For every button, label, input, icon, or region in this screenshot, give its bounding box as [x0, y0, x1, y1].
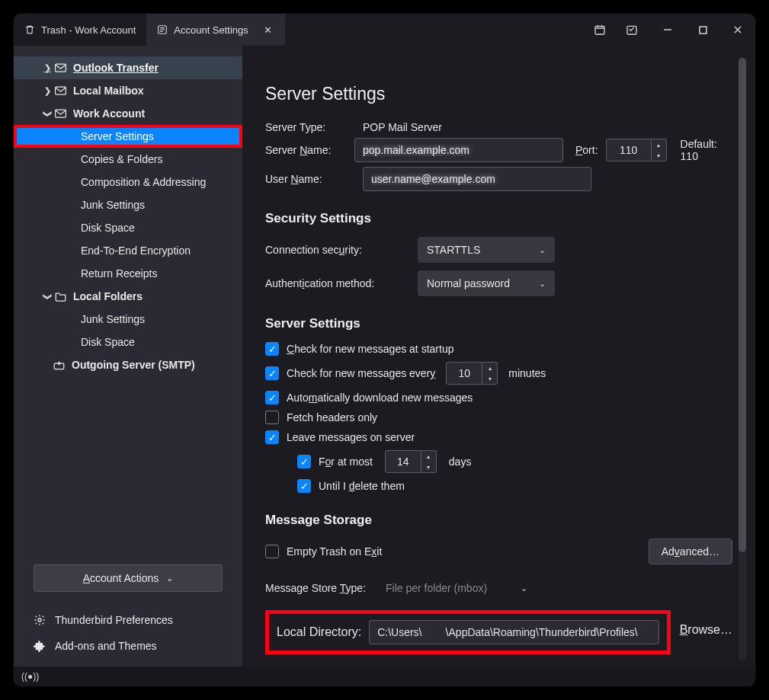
sidebar-item-label: Server Settings — [81, 130, 154, 142]
sidebar-item-disk-space[interactable]: Disk Space — [14, 216, 242, 239]
button-label: Account Actions — [83, 572, 159, 584]
maximize-button[interactable] — [685, 14, 720, 46]
sidebar-acct-work-account[interactable]: ❯ Work Account — [14, 102, 242, 125]
close-icon[interactable]: ✕ — [262, 24, 274, 36]
sidebar-acct-local-mailbox[interactable]: ❯ Local Mailbox — [14, 79, 242, 102]
app-window: Trash - Work Account Account Settings ✕ — [14, 14, 755, 686]
scrollbar[interactable] — [739, 58, 746, 660]
sidebar-item-label: Disk Space — [81, 336, 135, 348]
until-delete-checkbox[interactable]: ✓ — [297, 479, 311, 493]
sidebar-item-outgoing-smtp[interactable]: Outgoing Server (SMTP) — [14, 353, 242, 376]
for-at-most-spinner[interactable]: ▴▾ — [421, 450, 437, 473]
check-every-spinner[interactable]: ▴▾ — [482, 362, 498, 385]
chevron-right-icon: ❯ — [43, 63, 52, 73]
select-value: STARTTLS — [427, 244, 480, 256]
sidebar-acct-outlook-transfer[interactable]: ❯ Outlook Transfer — [14, 56, 242, 79]
sidebar-item-label: Junk Settings — [81, 313, 145, 325]
empty-trash-checkbox[interactable] — [265, 545, 279, 558]
chevron-down-icon: ⌄ — [539, 279, 546, 289]
connection-security-select[interactable]: STARTTLS ⌄ — [418, 237, 555, 263]
message-storage-heading: Message Storage — [265, 513, 732, 528]
user-name-input[interactable] — [363, 167, 591, 191]
sidebar-item-label: Junk Settings — [81, 199, 145, 211]
close-button[interactable] — [720, 14, 755, 46]
for-at-most-checkbox[interactable]: ✓ — [297, 455, 311, 468]
sync-icon: ((●)) — [21, 671, 39, 682]
leave-on-server-checkbox[interactable]: ✓ — [265, 430, 279, 444]
checkbox-label: Automatically download new messages — [287, 392, 473, 404]
fetch-headers-checkbox[interactable] — [265, 411, 279, 424]
browse-button[interactable]: Browse… — [680, 623, 732, 637]
port-label: Port: — [575, 144, 598, 156]
tasks-icon[interactable] — [626, 24, 644, 36]
checkbox-label: Check for new messages every — [287, 367, 435, 379]
sidebar-item-label: Local Folders — [73, 290, 143, 302]
select-value: Normal password — [427, 277, 510, 289]
sidebar-item-label: Work Account — [73, 107, 145, 120]
checkbox-label: Fetch headers only — [287, 411, 377, 424]
sidebar-item-lf-disk-space[interactable]: Disk Space — [14, 331, 242, 353]
security-heading: Security Settings — [265, 211, 732, 226]
outgoing-icon — [53, 360, 67, 370]
account-actions-button[interactable]: Account Actions ⌄ — [34, 564, 223, 592]
check-startup-checkbox[interactable]: ✓ — [265, 342, 279, 356]
chevron-down-icon: ⌄ — [521, 583, 527, 593]
sidebar-item-label: Copies & Folders — [81, 153, 162, 165]
link-label: Add-ons and Themes — [55, 640, 157, 652]
minutes-label: minutes — [508, 367, 546, 379]
sidebar-item-copies-folders[interactable]: Copies & Folders — [14, 148, 242, 171]
scrollbar-thumb[interactable] — [739, 58, 746, 552]
tab-account-settings[interactable]: Account Settings ✕ — [146, 14, 285, 46]
trash-icon — [24, 24, 35, 35]
store-type-select: File per folder (mbox) ⌄ — [376, 575, 537, 601]
store-type-label: Message Store Type: — [265, 582, 366, 594]
folder-icon — [55, 292, 69, 302]
check-every-input[interactable] — [446, 362, 482, 385]
mail-icon — [55, 109, 69, 118]
server-type-value: POP Mail Server — [363, 121, 442, 133]
minimize-button[interactable] — [650, 14, 685, 46]
advanced-button[interactable]: Advanced… — [649, 539, 732, 564]
checkbox-label: Check for new messages at startup — [287, 343, 453, 355]
select-value: File per folder (mbox) — [386, 582, 487, 594]
auth-method-select[interactable]: Normal password ⌄ — [418, 270, 555, 296]
thunderbird-preferences-link[interactable]: Thunderbird Preferences — [34, 607, 223, 633]
check-every-checkbox[interactable]: ✓ — [265, 366, 279, 380]
content-pane: Server Settings Server Type: POP Mail Se… — [242, 46, 755, 666]
port-input[interactable] — [606, 139, 652, 161]
sidebar-item-label: End-To-End Encryption — [81, 245, 191, 257]
mail-icon — [55, 86, 69, 95]
connection-security-label: Connection security: — [265, 244, 395, 256]
checkbox-label: For at most — [319, 455, 373, 468]
auto-download-checkbox[interactable]: ✓ — [265, 391, 279, 404]
chevron-down-icon: ⌄ — [166, 574, 173, 583]
sidebar-item-lf-junk[interactable]: Junk Settings — [14, 308, 242, 331]
sidebar-item-label: Disk Space — [81, 222, 135, 234]
settings-page-icon — [157, 24, 168, 35]
server-name-input[interactable] — [354, 138, 563, 162]
svg-rect-1 — [595, 26, 604, 34]
port-spinner[interactable]: ▴▾ — [652, 139, 667, 161]
tab-trash[interactable]: Trash - Work Account — [14, 14, 146, 46]
sidebar-item-server-settings[interactable]: Server Settings — [14, 125, 242, 148]
auth-method-label: Authentication method: — [265, 277, 395, 289]
chevron-down-icon: ⌄ — [539, 245, 546, 255]
page-title: Server Settings — [265, 84, 732, 104]
sidebar-item-e2e[interactable]: End-To-End Encryption — [14, 239, 242, 262]
sidebar-item-return-receipts[interactable]: Return Receipts — [14, 262, 242, 285]
local-directory-input[interactable] — [369, 620, 658, 644]
days-label: days — [449, 455, 472, 468]
sidebar-item-composition[interactable]: Composition & Addressing — [14, 171, 242, 193]
for-at-most-input[interactable] — [385, 450, 421, 473]
user-name-label: User Name: — [265, 173, 355, 185]
puzzle-icon — [34, 640, 46, 652]
sidebar-item-label: Outgoing Server (SMTP) — [72, 359, 195, 371]
addons-themes-link[interactable]: Add-ons and Themes — [34, 633, 223, 659]
svg-rect-6 — [56, 87, 66, 94]
calendar-icon[interactable] — [594, 24, 612, 36]
sidebar-item-label: Outlook Transfer — [73, 62, 159, 74]
account-tree: ❯ Outlook Transfer ❯ Local Mailbox ❯ — [14, 56, 242, 555]
sidebar-item-junk[interactable]: Junk Settings — [14, 193, 242, 216]
local-directory-label: Local Directory: — [277, 625, 361, 639]
sidebar-acct-local-folders[interactable]: ❯ Local Folders — [14, 285, 242, 308]
